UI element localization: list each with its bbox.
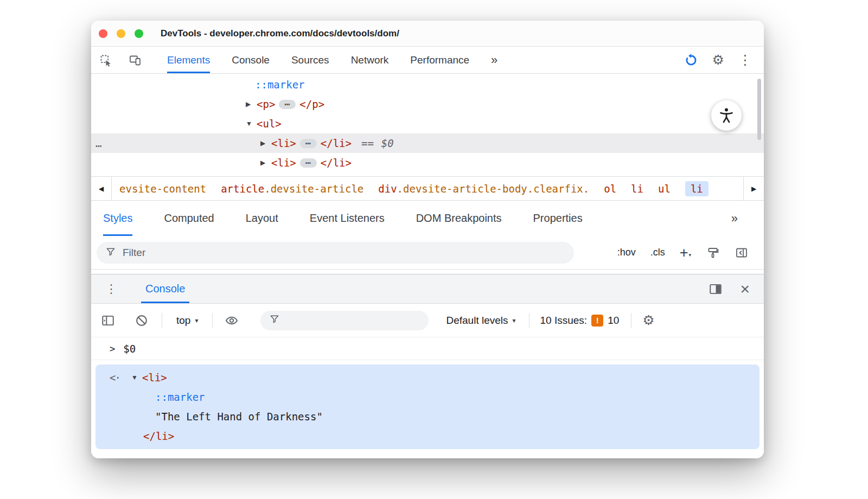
tab-sources[interactable]: Sources — [291, 47, 329, 73]
live-expression-eye-icon[interactable] — [225, 314, 239, 328]
disclosure-expanded-icon[interactable]: ▼ — [246, 120, 257, 127]
breadcrumb-item-article[interactable]: article.devsite-article — [221, 181, 363, 196]
breadcrumb-item-devsite-content[interactable]: evsite-content — [119, 181, 206, 196]
toggle-sidebar-icon[interactable] — [735, 246, 749, 260]
toolbar-divider — [631, 313, 631, 328]
tab-layout[interactable]: Layout — [246, 201, 278, 236]
devtools-window: DevTools - developer.chrome.com/docs/dev… — [91, 21, 764, 458]
tree-row-marker-pseudo[interactable]: ::marker — [91, 75, 764, 94]
tab-styles[interactable]: Styles — [103, 201, 132, 236]
sync-icon[interactable] — [684, 53, 698, 67]
console-command-row[interactable]: > $0 — [91, 337, 764, 360]
panel-spacer — [91, 270, 764, 274]
chevron-down-icon: ▾ — [195, 317, 198, 324]
inline-expand-icon[interactable]: … — [300, 139, 317, 148]
tab-performance-label: Performance — [410, 54, 469, 66]
inspect-element-icon[interactable] — [99, 53, 113, 67]
settings-gear-icon[interactable]: ⚙ — [712, 53, 724, 67]
row-overflow-ellipsis-icon[interactable]: … — [95, 137, 101, 149]
inline-expand-icon[interactable]: … — [279, 100, 296, 109]
result-line-li-close[interactable]: </li> — [95, 426, 760, 446]
drawer-console-label: Console — [145, 283, 185, 295]
console-settings-gear-icon[interactable]: ⚙ — [642, 314, 654, 327]
tab-performance[interactable]: Performance — [410, 47, 469, 73]
toolbar-divider — [529, 313, 529, 328]
more-panels-icon[interactable]: » — [491, 47, 497, 73]
breadcrumb-tag-label: li — [691, 183, 703, 195]
tab-properties[interactable]: Properties — [533, 201, 583, 236]
result-li-open-tag: <li> — [142, 372, 167, 383]
inline-expand-icon[interactable]: … — [300, 158, 317, 168]
styles-filter-input[interactable] — [123, 247, 565, 259]
breadcrumb-item-li[interactable]: li — [631, 181, 643, 196]
paint-format-icon[interactable] — [706, 246, 720, 260]
tab-layout-label: Layout — [246, 212, 278, 225]
breadcrumb-items: evsite-content article.devsite-article d… — [112, 177, 709, 200]
tab-elements-label: Elements — [167, 54, 210, 66]
default-levels-label: Default levels — [446, 315, 508, 327]
tab-dom-breakpoints[interactable]: DOM Breakpoints — [416, 201, 502, 236]
device-toolbar-icon[interactable] — [128, 53, 142, 67]
li-close-tag: </li> — [321, 157, 352, 169]
breadcrumb-back-icon[interactable]: ◀ — [91, 177, 112, 200]
console-filter-field[interactable] — [260, 311, 429, 330]
tree-row-p[interactable]: ▶ <p> … </p> — [91, 94, 764, 114]
drawer-kebab-menu-icon[interactable]: ⋮ — [91, 274, 117, 303]
disclosure-collapsed-icon[interactable]: ▶ — [260, 139, 271, 147]
styles-filter-field[interactable] — [97, 242, 574, 264]
minimize-window-button[interactable] — [117, 29, 125, 38]
window-title: DevTools - developer.chrome.com/docs/dev… — [161, 28, 399, 39]
tab-event-listeners[interactable]: Event Listeners — [310, 201, 385, 236]
tree-row-li[interactable]: ▶ <li> … </li> — [91, 153, 764, 172]
result-marker-pseudo: ::marker — [155, 391, 205, 403]
toolbar-divider — [212, 313, 213, 328]
disclosure-collapsed-icon[interactable]: ▶ — [260, 159, 271, 167]
tab-network[interactable]: Network — [351, 47, 389, 73]
styles-filter-toolbar: :hov .cls + ▾ — [91, 236, 764, 270]
result-line-text[interactable]: "The Left Hand of Darkness" — [95, 407, 760, 426]
tab-drawer-console[interactable]: Console — [141, 274, 189, 303]
clear-console-icon[interactable] — [135, 314, 149, 328]
disclosure-expanded-icon[interactable]: ▼ — [131, 374, 142, 381]
console-result-block[interactable]: <· ▼ <li> ::marker "The Left Hand of Dar… — [95, 364, 760, 449]
issues-count: 10 — [608, 315, 619, 327]
zoom-window-button[interactable] — [135, 29, 143, 38]
element-classes-button[interactable]: .cls — [650, 247, 665, 258]
close-window-button[interactable] — [99, 29, 107, 38]
kebab-menu-icon[interactable]: ⋮ — [738, 53, 752, 67]
command-chevron-icon: > — [110, 343, 115, 354]
default-levels-dropdown[interactable]: Default levels ▾ — [446, 315, 515, 327]
breadcrumb-forward-icon[interactable]: ▶ — [743, 177, 764, 200]
tab-computed[interactable]: Computed — [164, 201, 214, 236]
issues-counter[interactable]: 10 Issues: ! 10 — [540, 315, 620, 327]
javascript-context-dropdown[interactable]: top ▾ — [176, 315, 198, 327]
result-line-li-open[interactable]: <· ▼ <li> — [95, 368, 760, 387]
more-sidebar-tabs-icon[interactable]: » — [731, 201, 764, 236]
tab-console[interactable]: Console — [232, 47, 270, 73]
breadcrumb-item-li-selected[interactable]: li — [685, 181, 709, 196]
disclosure-collapsed-icon[interactable]: ▶ — [246, 100, 257, 108]
tree-row-li-selected[interactable]: … ▶ <li> … </li> == $0 — [91, 133, 764, 153]
breadcrumb-tag-label: ol — [604, 183, 616, 195]
new-style-rule-button[interactable]: + ▾ — [680, 247, 691, 259]
dollar-zero-label: $0 — [381, 137, 394, 149]
tab-event-listeners-label: Event Listeners — [310, 212, 385, 225]
console-drawer-header: ⋮ Console × — [91, 274, 764, 304]
tab-elements[interactable]: Elements — [167, 47, 210, 73]
result-text-node: "The Left Hand of Darkness" — [155, 411, 323, 423]
breadcrumb-class-label: evsite-content — [119, 183, 206, 195]
vertical-scrollbar[interactable] — [757, 79, 761, 140]
toggle-element-state-button[interactable]: :hov — [617, 247, 636, 258]
console-filter-input[interactable] — [286, 315, 420, 327]
console-sidebar-icon[interactable] — [101, 314, 115, 328]
split-panel-icon[interactable] — [709, 282, 723, 296]
breadcrumb-tag-label: li — [631, 183, 643, 195]
tree-row-ul[interactable]: ▼ <ul> — [91, 114, 764, 133]
tab-console-label: Console — [232, 54, 270, 66]
breadcrumb-item-div[interactable]: div.devsite-article-body.clearfix. — [378, 181, 589, 196]
breadcrumb-item-ol[interactable]: ol — [604, 181, 616, 196]
breadcrumb-item-ul[interactable]: ul — [658, 181, 671, 196]
close-drawer-icon[interactable]: × — [740, 281, 750, 297]
tab-dom-breakpoints-label: DOM Breakpoints — [416, 212, 502, 225]
result-line-marker[interactable]: ::marker — [95, 387, 760, 407]
